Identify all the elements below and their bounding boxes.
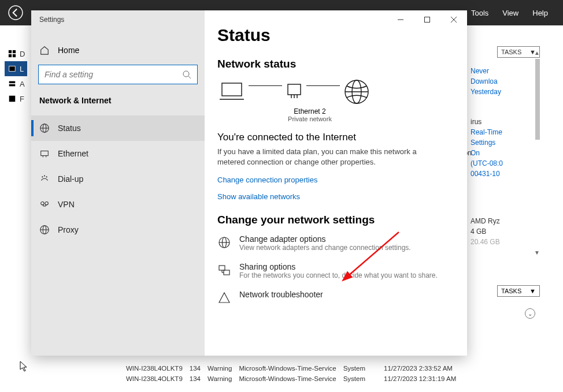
svg-rect-3 bbox=[9, 54, 12, 57]
proxy-icon bbox=[39, 225, 50, 235]
mouse-cursor bbox=[20, 361, 29, 375]
connected-body: If you have a limited data plan, you can… bbox=[217, 147, 437, 167]
status-icon bbox=[39, 123, 50, 133]
svg-rect-41 bbox=[219, 266, 225, 270]
adapter-options-icon bbox=[217, 236, 231, 249]
option-change-adapter[interactable]: Change adapter options View network adap… bbox=[217, 234, 450, 252]
vpn-icon bbox=[39, 199, 50, 210]
opt2-title: Sharing options bbox=[239, 262, 438, 271]
opt3-title: Network troubleshooter bbox=[239, 290, 323, 299]
category-header: Network & Internet bbox=[38, 96, 198, 105]
svg-rect-1 bbox=[9, 50, 12, 53]
nav-ethernet[interactable]: Ethernet bbox=[31, 141, 205, 166]
svg-point-25 bbox=[45, 202, 48, 205]
adapter-icon bbox=[286, 80, 303, 104]
link-show-networks[interactable]: Show available networks bbox=[217, 192, 450, 201]
event-log: WIN-I238L4OLKT9134WarningMicrosoft-Windo… bbox=[126, 363, 456, 384]
adapter-name: Ethernet 2 bbox=[275, 107, 345, 115]
svg-rect-5 bbox=[9, 66, 16, 72]
settings-content: Status Network status Ethernet 2 Private… bbox=[205, 10, 467, 356]
svg-rect-31 bbox=[288, 84, 301, 95]
link-connection-properties[interactable]: Change connection properties bbox=[217, 176, 450, 184]
svg-point-0 bbox=[9, 6, 23, 20]
troubleshoot-icon bbox=[217, 291, 231, 305]
event-row[interactable]: WIN-I238L4OLKT9134WarningMicrosoft-Windo… bbox=[126, 363, 456, 374]
connected-heading: You're connected to the Internet bbox=[217, 132, 450, 143]
svg-rect-18 bbox=[41, 151, 49, 156]
svg-point-22 bbox=[44, 176, 45, 176]
window-title: Settings bbox=[39, 16, 64, 24]
home-icon bbox=[39, 45, 50, 55]
back-button[interactable] bbox=[0, 0, 31, 25]
bg-server-nav: D L A F bbox=[8, 46, 27, 106]
home-button[interactable]: Home bbox=[38, 42, 198, 65]
option-troubleshooter[interactable]: Network troubleshooter bbox=[217, 290, 450, 305]
home-label: Home bbox=[58, 46, 79, 55]
adapter-type: Private network bbox=[275, 115, 345, 122]
network-diagram bbox=[218, 79, 450, 105]
bg-scrollbar[interactable]: ▲ ▼ bbox=[533, 50, 542, 256]
ethernet-icon bbox=[39, 148, 50, 159]
svg-rect-29 bbox=[222, 83, 242, 96]
settings-window: Settings Home Network & Internet Status … bbox=[31, 10, 467, 356]
opt2-desc: For the networks you connect to, decide … bbox=[239, 271, 438, 279]
option-sharing[interactable]: Sharing options For the networks you con… bbox=[217, 262, 450, 279]
svg-point-21 bbox=[42, 177, 43, 177]
svg-rect-4 bbox=[13, 54, 16, 57]
menu-view[interactable]: View bbox=[502, 9, 518, 17]
opt1-desc: View network adapters and change connect… bbox=[239, 244, 411, 252]
svg-line-14 bbox=[188, 76, 191, 79]
nav-dialup[interactable]: Dial-up bbox=[31, 166, 205, 192]
page-heading: Status bbox=[217, 25, 450, 45]
svg-point-24 bbox=[41, 202, 44, 205]
svg-rect-7 bbox=[9, 84, 16, 87]
dialup-icon bbox=[39, 174, 50, 184]
expand-toggle[interactable]: ⌄ bbox=[525, 308, 535, 319]
search-icon bbox=[182, 70, 191, 79]
svg-point-23 bbox=[46, 177, 47, 177]
tasks-dropdown-2[interactable]: TASKS▼ bbox=[497, 285, 540, 297]
sharing-icon bbox=[217, 263, 231, 277]
settings-sidebar: Home Network & Internet Status Ethernet … bbox=[31, 10, 205, 356]
globe-icon bbox=[343, 79, 370, 105]
search-input[interactable] bbox=[45, 70, 182, 79]
pc-icon bbox=[218, 80, 245, 104]
svg-point-13 bbox=[183, 71, 189, 77]
menu-help[interactable]: Help bbox=[532, 9, 548, 17]
nav-status[interactable]: Status bbox=[31, 115, 205, 141]
network-status-heading: Network status bbox=[217, 58, 450, 70]
svg-rect-8 bbox=[9, 96, 16, 102]
search-input-wrap[interactable] bbox=[38, 65, 198, 84]
change-settings-heading: Change your network settings bbox=[217, 214, 450, 226]
nav-proxy[interactable]: Proxy bbox=[31, 217, 205, 242]
svg-rect-6 bbox=[9, 81, 16, 84]
bg-properties-panel: TASKS▼ Never Downloa Yesterday irus Real… bbox=[471, 46, 540, 247]
opt1-title: Change adapter options bbox=[239, 234, 411, 244]
nav-vpn[interactable]: VPN bbox=[31, 192, 205, 217]
menu-tools[interactable]: Tools bbox=[471, 9, 488, 17]
event-row[interactable]: WIN-I238L4OLKT9134WarningMicrosoft-Windo… bbox=[126, 374, 456, 384]
svg-rect-2 bbox=[13, 50, 16, 53]
svg-rect-42 bbox=[224, 270, 229, 275]
